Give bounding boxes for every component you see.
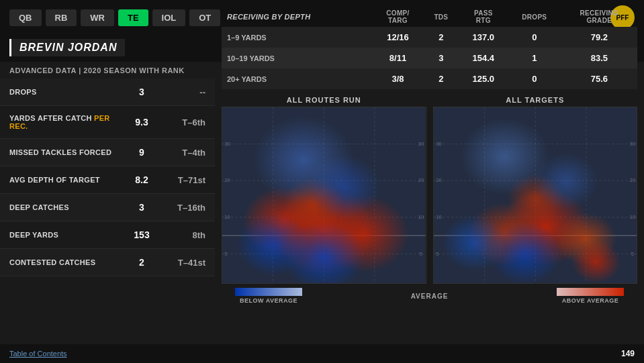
toc-link[interactable]: Table of Contents [9, 350, 67, 358]
svg-text:30: 30 [224, 141, 230, 147]
col-header-grade: RECEIVINGGRADE [561, 7, 637, 27]
stat-name-adot: AVG DEPTH OF TARGET [9, 176, 125, 184]
stat-value-dy: 153 [125, 229, 158, 240]
grade-3: 75.6 [561, 68, 637, 89]
heatmap-routes: ALL ROUTES RUN [222, 96, 426, 284]
rtg-1: 137.0 [459, 27, 508, 48]
legend-above: ABOVE AVERAGE [557, 288, 624, 304]
stat-value-dc: 3 [125, 202, 158, 213]
heatmap-routes-svg: 30 20 10 5 30 20 10 5 [222, 107, 426, 283]
stat-rank-adot: T–71st [158, 175, 205, 185]
svg-text:20: 20 [418, 177, 424, 183]
nav-te[interactable]: TE [118, 9, 148, 26]
stat-row-yac: YARDS AFTER CATCH PER REC. 9.3 T–6th [0, 106, 215, 139]
stat-value-drops: 3 [125, 87, 158, 97]
heatmaps-row: ALL ROUTES RUN [222, 96, 637, 284]
rtg-3: 125.0 [459, 68, 508, 89]
comp-2: 8/11 [373, 48, 423, 68]
stat-rank-yac: T–6th [158, 117, 205, 127]
advanced-label: ADVANCED DATA | 2020 SEASON WITH RANK [0, 64, 215, 79]
svg-rect-51 [235, 288, 302, 296]
heatmap-routes-canvas: 30 20 10 5 30 20 10 5 [222, 107, 426, 284]
svg-text:5: 5 [436, 250, 439, 256]
svg-text:5: 5 [420, 250, 422, 256]
heatmap-targets-canvas: 30 20 10 5 30 20 10 5 [433, 107, 638, 284]
svg-text:10: 10 [418, 214, 424, 220]
stat-rank-drops: -- [158, 87, 205, 97]
stat-row-cc: CONTESTED CATCHES 2 T–41st [0, 249, 215, 276]
stat-row-adot: AVG DEPTH OF TARGET 8.2 T–71st [0, 166, 215, 194]
left-panel: ADVANCED DATA | 2020 SEASON WITH RANK DR… [0, 64, 215, 343]
nav-wr[interactable]: WR [81, 9, 114, 26]
stat-rank-dy: 8th [158, 230, 205, 240]
tds-3: 2 [423, 68, 459, 89]
col-header-rtg: PASSRTG [459, 7, 508, 27]
heatmap-targets-title: ALL TARGETS [506, 96, 564, 104]
svg-text:20: 20 [224, 177, 230, 183]
svg-text:30: 30 [418, 141, 424, 147]
stat-row-drops: DROPS 3 -- [0, 79, 215, 106]
svg-text:5: 5 [224, 250, 227, 256]
stat-rank-cc: T–41st [158, 258, 205, 268]
depth-label-3: 20+ YARDS [222, 68, 373, 89]
legend-average: AVERAGE [411, 293, 449, 300]
grade-1: 79.2 [561, 27, 637, 48]
stat-name-dy: DEEP YARDS [9, 231, 125, 239]
table-row-10to19: 10–19 YARDS 8/11 3 154.4 1 83.5 [222, 48, 637, 68]
nav-rb[interactable]: RB [46, 9, 77, 26]
yac-highlight: PER REC. [9, 114, 110, 130]
stat-name-drops: DROPS [9, 88, 125, 96]
page-number: 149 [621, 349, 635, 358]
stat-name-cc: CONTESTED CATCHES [9, 258, 125, 266]
svg-text:20: 20 [629, 177, 635, 183]
svg-text:20: 20 [436, 177, 441, 183]
rtg-2: 154.4 [459, 48, 508, 68]
nav-qb[interactable]: QB [9, 9, 42, 26]
stat-row-dy: DEEP YARDS 153 8th [0, 221, 215, 249]
player-name: BREVIN JORDAN [9, 39, 125, 56]
drops-1: 0 [508, 27, 561, 48]
nav-iol[interactable]: IOL [152, 9, 186, 26]
tds-1: 2 [423, 27, 459, 48]
svg-rect-52 [557, 288, 624, 296]
comp-1: 12/16 [373, 27, 423, 48]
drops-3: 0 [508, 68, 561, 89]
heatmap-routes-title: ALL ROUTES RUN [287, 96, 361, 104]
depth-label-2: 10–19 YARDS [222, 48, 373, 68]
stat-rank-mtf: T–4th [158, 148, 205, 158]
legend-above-bar [557, 288, 624, 296]
svg-text:10: 10 [436, 214, 441, 220]
stat-value-adot: 8.2 [125, 174, 158, 185]
comp-3: 3/8 [373, 68, 423, 89]
stat-name-yac: YARDS AFTER CATCH PER REC. [9, 114, 125, 130]
svg-text:10: 10 [629, 214, 635, 220]
svg-text:10: 10 [224, 214, 230, 220]
bottom-bar: Table of Contents 149 [0, 344, 644, 363]
right-panel: RECEIVING BY DEPTH COMP/TARG TDs PASSRTG… [222, 7, 637, 343]
svg-rect-16 [222, 107, 426, 283]
col-header-comp: COMP/TARG [373, 7, 423, 27]
legend-above-label: ABOVE AVERAGE [562, 297, 619, 304]
svg-text:30: 30 [436, 141, 441, 147]
stat-name-mtf: MISSED TACKLES FORCED [9, 148, 125, 156]
table-row-1to9: 1–9 YARDS 12/16 2 137.0 0 79.2 [222, 27, 637, 48]
drops-2: 1 [508, 48, 561, 68]
legend-below-label: BELOW AVERAGE [240, 297, 297, 304]
svg-text:30: 30 [629, 141, 635, 147]
legend-row: BELOW AVERAGE AVERAGE ABOVE AVERAGE [222, 288, 637, 304]
legend-below: BELOW AVERAGE [235, 288, 302, 304]
tds-2: 3 [423, 48, 459, 68]
nav-ot[interactable]: OT [189, 9, 220, 26]
svg-text:5: 5 [631, 250, 633, 256]
legend-avg-label: AVERAGE [411, 293, 449, 300]
stat-value-yac: 9.3 [125, 117, 158, 127]
grade-2: 83.5 [561, 48, 637, 68]
col-header-tds: TDs [423, 7, 459, 27]
stat-value-mtf: 9 [125, 147, 158, 158]
stat-rank-dc: T–16th [158, 203, 205, 213]
heatmap-targets: ALL TARGETS [433, 96, 638, 284]
stat-row-dc: DEEP CATCHES 3 T–16th [0, 194, 215, 221]
stat-name-dc: DEEP CATCHES [9, 203, 125, 211]
table-row-20plus: 20+ YARDS 3/8 2 125.0 0 75.6 [222, 68, 637, 89]
legend-below-bar [235, 288, 302, 296]
